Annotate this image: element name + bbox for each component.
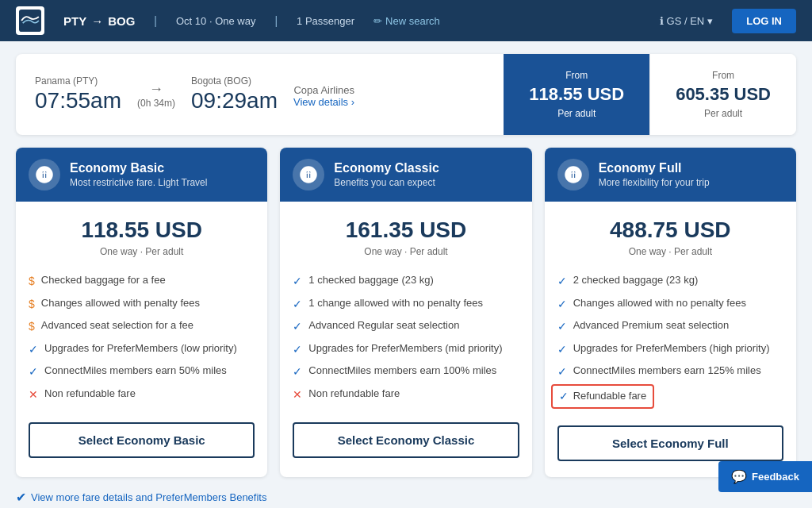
fare-description: Most restrictive fare. Light Travel xyxy=(70,177,207,188)
fare-card-economy-classic: Economy Classic Benefits you can expect … xyxy=(280,148,531,477)
fare-price: 161.35 USD xyxy=(293,217,519,243)
header-divider-2: | xyxy=(274,14,278,27)
fare-description: More flexibility for your trip xyxy=(599,177,710,188)
login-button[interactable]: LOG IN xyxy=(732,9,796,33)
fare-card-header: Economy Classic Benefits you can expect xyxy=(280,148,531,202)
feature-icon: ✓ xyxy=(293,274,302,290)
fare-feature: ✓1 change allowed with no penalty fees xyxy=(293,296,519,313)
fare-feature: ✓Advanced Regular seat selection xyxy=(293,318,519,335)
fare-card-body: 488.75 USD One way · Per adult ✓2 checke… xyxy=(545,202,796,477)
feature-icon: ✓ xyxy=(293,297,302,313)
select-fare-button[interactable]: Select Economy Basic xyxy=(29,422,255,458)
check-circle-icon: ✔ xyxy=(16,490,26,505)
view-details-link[interactable]: View details › xyxy=(293,96,354,108)
fare-name: Economy Classic xyxy=(334,161,439,175)
lang-label: GS / EN xyxy=(667,15,705,27)
flight-direction-arrow: → xyxy=(140,81,172,98)
fare-feature: ✕Non refundable fare xyxy=(293,387,519,403)
fare-type-icon xyxy=(293,159,324,190)
comment-icon: 💬 xyxy=(731,469,747,484)
selected-price: 118.55 USD xyxy=(529,84,624,105)
feature-icon: ✕ xyxy=(29,387,38,403)
fare-price-sub: One way · Per adult xyxy=(29,246,255,257)
check-icon: ✓ xyxy=(559,389,569,405)
flight-airline-details: Copa Airlines View details › xyxy=(293,81,354,108)
feature-icon: $ xyxy=(29,274,35,290)
pencil-icon: ✏ xyxy=(373,15,382,27)
fare-card-economy-full: Economy Full More flexibility for your t… xyxy=(545,148,796,477)
select-fare-button[interactable]: Select Economy Full xyxy=(557,425,783,461)
fare-options: Economy Basic Most restrictive fare. Lig… xyxy=(16,148,796,477)
feedback-label: Feedback xyxy=(752,471,799,483)
fare-feature: $Checked baggage for a fee xyxy=(29,273,255,290)
alt-price-panel: From 605.35 USD Per adult xyxy=(649,54,796,135)
route-display: PTY → BOG xyxy=(63,14,135,28)
alt-price-sub: Per adult xyxy=(704,108,742,119)
new-search-label: New search xyxy=(385,15,440,27)
refundable-highlight: ✓Refundable fare xyxy=(551,384,655,409)
feature-icon: ✓ xyxy=(29,342,38,358)
fare-name: Economy Basic xyxy=(70,161,207,175)
selected-price-from: From xyxy=(565,70,588,81)
fare-header-text: Economy Basic Most restrictive fare. Lig… xyxy=(70,161,207,188)
chevron-down-icon: ▾ xyxy=(707,15,713,27)
view-details-label: View details xyxy=(293,96,348,108)
flight-details: Panama (PTY) 07:55am → (0h 34m) Bogota (… xyxy=(16,54,504,135)
language-selector[interactable]: ℹ GS / EN ▾ xyxy=(660,15,714,27)
fare-header-text: Economy Full More flexibility for your t… xyxy=(599,161,710,188)
fare-feature: ✓ConnectMiles members earn 125% miles xyxy=(557,364,783,380)
select-fare-button[interactable]: Select Economy Classic xyxy=(293,422,519,458)
logo xyxy=(16,6,44,35)
flight-card: Panama (PTY) 07:55am → (0h 34m) Bogota (… xyxy=(16,54,796,135)
fare-name: Economy Full xyxy=(599,161,710,175)
fare-feature: ✓2 checked baggage (23 kg) xyxy=(557,273,783,290)
new-search-link[interactable]: ✏ New search xyxy=(373,15,440,27)
route-arrow: → xyxy=(91,14,103,28)
fare-feature: ✓ConnectMiles members earn 50% miles xyxy=(29,364,255,380)
trip-info: Oct 10 · One way xyxy=(176,15,255,27)
arrival-city: Bogota (BOG) xyxy=(191,75,278,87)
airline-name: Copa Airlines xyxy=(293,84,354,96)
fare-features-list: ✓1 checked baggage (23 kg)✓1 change allo… xyxy=(293,273,519,403)
feature-icon: ✓ xyxy=(293,342,302,358)
feature-icon: ✓ xyxy=(293,364,302,380)
fare-feature: $Changes allowed with penalty fees xyxy=(29,296,255,313)
route-from: PTY xyxy=(63,14,86,28)
fare-header-text: Economy Classic Benefits you can expect xyxy=(334,161,439,188)
feature-icon: ✓ xyxy=(293,319,302,335)
info-icon: ℹ xyxy=(660,15,664,27)
fare-feature: ✓ConnectMiles members earn 100% miles xyxy=(293,364,519,380)
fare-card-body: 118.55 USD One way · Per adult $Checked … xyxy=(16,202,267,474)
fare-feature: ✕Non refundable fare xyxy=(29,387,255,403)
arrival-time: 09:29am xyxy=(191,88,278,114)
chevron-right-icon: › xyxy=(351,96,354,108)
feature-icon: $ xyxy=(29,319,35,335)
fare-feature: ✓Upgrades for PreferMembers (high priori… xyxy=(557,341,783,358)
departure-city: Panama (PTY) xyxy=(35,75,121,87)
fare-card-header: Economy Basic Most restrictive fare. Lig… xyxy=(16,148,267,202)
fare-feature: ✓Changes allowed with no penalty fees xyxy=(557,296,783,313)
fare-price: 488.75 USD xyxy=(557,217,783,243)
fare-price: 118.55 USD xyxy=(29,217,255,243)
fare-card-header: Economy Full More flexibility for your t… xyxy=(545,148,796,202)
feature-icon: $ xyxy=(29,297,35,313)
fare-card-economy-basic: Economy Basic Most restrictive fare. Lig… xyxy=(16,148,267,477)
feature-icon: ✓ xyxy=(29,364,38,380)
feature-icon: ✓ xyxy=(557,274,567,290)
fare-feature: $Advanced seat selection for a fee xyxy=(29,318,255,335)
departure-info: Panama (PTY) 07:55am xyxy=(35,75,121,114)
feature-icon: ✓ xyxy=(557,364,567,380)
feedback-button[interactable]: 💬 Feedback xyxy=(718,461,812,492)
fare-type-icon xyxy=(557,159,589,190)
alt-price-from: From xyxy=(712,70,734,81)
footer-links: ✔ View more fare details and PreferMembe… xyxy=(16,490,796,505)
fare-card-body: 161.35 USD One way · Per adult ✓1 checke… xyxy=(280,202,531,474)
fare-feature: ✓Advanced Premium seat selection xyxy=(557,318,783,335)
selected-price-sub: Per adult xyxy=(557,108,596,119)
fare-price-sub: One way · Per adult xyxy=(293,246,519,257)
fare-details-link[interactable]: View more fare details and PreferMembers… xyxy=(31,491,266,503)
fare-feature: ✓Refundable fare xyxy=(557,387,783,406)
flight-duration: (0h 34m) xyxy=(137,98,175,109)
flight-middle: → (0h 34m) xyxy=(137,81,175,109)
fare-features-list: $Checked baggage for a fee$Changes allow… xyxy=(29,273,255,403)
